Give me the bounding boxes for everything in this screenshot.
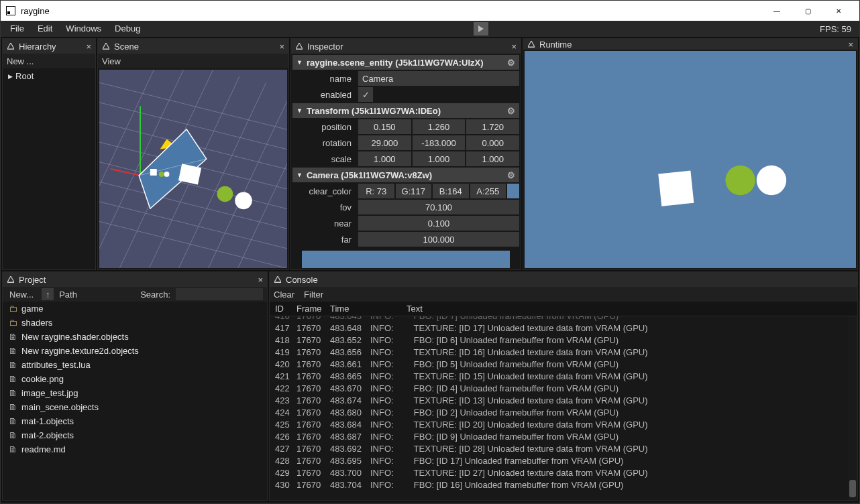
- hierarchy-header[interactable]: Hierarchy ×: [3, 39, 95, 54]
- scale-y[interactable]: 1.000: [413, 151, 466, 166]
- gear-icon[interactable]: ⚙: [507, 58, 515, 68]
- app-icon: [6, 6, 15, 15]
- project-item[interactable]: 🗎mat-1.objects: [3, 414, 267, 428]
- name-field[interactable]: Camera: [358, 71, 519, 86]
- entity-section-header[interactable]: ▼raygine.scene_entity (J5k1l1WG7WA:UIzX)…: [292, 55, 519, 70]
- clear-a[interactable]: A:255: [470, 184, 506, 198]
- project-search-input[interactable]: [176, 288, 263, 300]
- folder-icon: 🗀: [8, 304, 17, 314]
- file-icon: 🗎: [8, 388, 17, 398]
- console-scrollbar[interactable]: [848, 316, 857, 500]
- scene-view[interactable]: View: [102, 56, 121, 66]
- project-item[interactable]: 🗎cookie.png: [3, 372, 267, 386]
- runtime-viewport[interactable]: [525, 51, 856, 268]
- position-x[interactable]: 0.150: [358, 119, 411, 134]
- panel-menu-icon[interactable]: [7, 43, 15, 50]
- maximize-button[interactable]: ▢: [792, 1, 823, 21]
- scale-z[interactable]: 1.000: [466, 151, 519, 166]
- console-line: 42017670483.661INFO: FBO: [ID 5] Unloade…: [275, 359, 852, 371]
- fov-field[interactable]: 70.100: [358, 200, 519, 214]
- name-label: name: [292, 74, 357, 84]
- scene-header[interactable]: Scene ×: [98, 39, 288, 54]
- panel-menu-icon[interactable]: [7, 276, 15, 283]
- inspector-close-icon[interactable]: ×: [511, 42, 517, 52]
- close-button[interactable]: ✕: [823, 1, 854, 21]
- svg-line-5: [99, 176, 287, 235]
- clear-r[interactable]: R: 73: [358, 184, 394, 198]
- far-field[interactable]: 100.000: [358, 232, 519, 247]
- console-line: 42617670483.687INFO: FBO: [ID 9] Unloade…: [275, 431, 852, 443]
- project-item[interactable]: 🗎main_scene.objects: [3, 400, 267, 414]
- scale-label: scale: [292, 154, 357, 164]
- project-item[interactable]: 🗎attributes_test.lua: [3, 358, 267, 372]
- project-item[interactable]: 🗎New raygine.texture2d.objects: [3, 344, 267, 358]
- minimize-button[interactable]: —: [761, 1, 792, 21]
- project-up-button[interactable]: ↑: [42, 288, 54, 300]
- project-item[interactable]: 🗎mat-2.objects: [3, 428, 267, 442]
- console-panel: Console Clear Filter IDFrameTimeText 416…: [269, 271, 858, 501]
- project-new[interactable]: New...: [7, 288, 36, 301]
- runtime-close-icon[interactable]: ×: [848, 40, 853, 50]
- console-line: 42417670483.680INFO: FBO: [ID 2] Unloade…: [275, 407, 852, 419]
- console-line: 42517670483.684INFO: TEXTURE: [ID 20] Un…: [275, 419, 852, 431]
- hierarchy-root[interactable]: ▶Root: [3, 68, 95, 84]
- scene-close-icon[interactable]: ×: [279, 42, 284, 52]
- hierarchy-close-icon[interactable]: ×: [86, 42, 91, 52]
- clear-g[interactable]: G:117: [396, 184, 432, 198]
- project-item[interactable]: 🗎readme.md: [3, 442, 267, 456]
- enabled-checkbox[interactable]: ✓: [358, 87, 373, 102]
- console-body[interactable]: 41617670483.643INFO: FBO: [ID 7] Unloade…: [270, 316, 857, 500]
- position-z[interactable]: 1.720: [466, 119, 519, 134]
- camera-section-header[interactable]: ▼Camera (J5k1l1WG7WA:v8Zw)⚙: [292, 168, 519, 182]
- project-item[interactable]: 🗎New raygine.shader.objects: [3, 330, 267, 344]
- project-item[interactable]: 🗀shaders: [3, 316, 267, 330]
- scene-toolbar: View: [98, 54, 288, 68]
- menu-debug[interactable]: Debug: [108, 21, 147, 37]
- project-header[interactable]: Project ×: [3, 272, 267, 287]
- svg-line-18: [111, 169, 140, 176]
- console-clear[interactable]: Clear: [274, 290, 294, 300]
- titlebar[interactable]: raygine — ▢ ✕: [1, 1, 859, 21]
- menu-windows[interactable]: Windows: [59, 21, 108, 37]
- project-toolbar: New... ↑ Path Search:: [3, 287, 267, 302]
- runtime-panel: Runtime ×: [523, 38, 858, 270]
- scale-x[interactable]: 1.000: [358, 151, 411, 166]
- menu-edit[interactable]: Edit: [31, 21, 59, 37]
- hierarchy-new[interactable]: New ...: [7, 56, 34, 66]
- near-field[interactable]: 0.100: [358, 216, 519, 231]
- rotation-x[interactable]: 29.000: [358, 135, 411, 150]
- panel-menu-icon[interactable]: [295, 43, 303, 50]
- console-header[interactable]: Console: [270, 272, 857, 287]
- play-button[interactable]: [474, 22, 488, 36]
- panel-menu-icon[interactable]: [527, 41, 535, 48]
- project-item[interactable]: 🗎image_test.jpg: [3, 386, 267, 400]
- svg-point-24: [159, 172, 164, 177]
- inspector-header[interactable]: Inspector ×: [291, 39, 521, 54]
- svg-rect-29: [296, 49, 303, 50]
- console-line: 43017670483.704INFO: FBO: [ID 16] Unload…: [275, 479, 852, 491]
- rotation-y[interactable]: -183.000: [413, 135, 466, 150]
- runtime-header[interactable]: Runtime ×: [523, 39, 857, 50]
- project-close-icon[interactable]: ×: [258, 275, 263, 285]
- hierarchy-panel: Hierarchy × New ... ▶Root: [2, 38, 96, 270]
- clear-color-swatch[interactable]: [507, 184, 519, 198]
- panel-menu-icon[interactable]: [102, 43, 110, 50]
- project-title: Project: [19, 275, 254, 285]
- enabled-label: enabled: [292, 90, 357, 100]
- file-icon: 🗎: [8, 346, 17, 356]
- console-filter[interactable]: Filter: [304, 290, 323, 300]
- clear-b[interactable]: B:164: [433, 184, 469, 198]
- scrollbar-thumb[interactable]: [849, 480, 856, 497]
- panel-menu-icon[interactable]: [274, 276, 282, 283]
- hierarchy-toolbar: New ...: [3, 54, 95, 68]
- position-y[interactable]: 1.260: [413, 119, 466, 134]
- scene-viewport[interactable]: [99, 70, 287, 268]
- project-item-name: cookie.png: [21, 374, 64, 384]
- project-item-name: New raygine.texture2d.objects: [21, 346, 139, 356]
- project-item[interactable]: 🗀game: [3, 302, 267, 316]
- menu-file[interactable]: File: [3, 21, 31, 37]
- transform-section-header[interactable]: ▼Transform (J5k1l1WG7WA:IDEo)⚙: [292, 103, 519, 118]
- gear-icon[interactable]: ⚙: [507, 106, 515, 116]
- gear-icon[interactable]: ⚙: [507, 170, 515, 180]
- rotation-z[interactable]: 0.000: [466, 135, 519, 150]
